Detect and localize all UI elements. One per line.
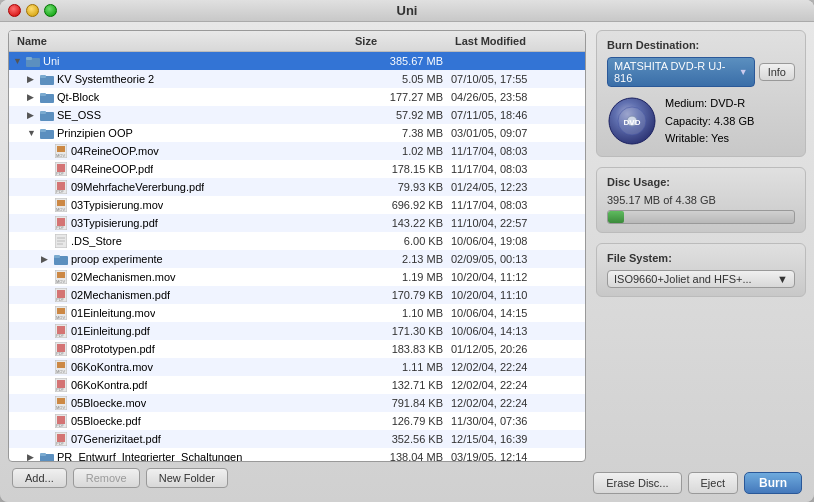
svg-text:PDF: PDF [56, 387, 65, 392]
medium-label: Medium: [665, 97, 707, 109]
svg-text:PDF: PDF [56, 423, 65, 428]
expand-arrow-icon[interactable]: ▼ [13, 56, 23, 66]
file-date: 12/15/04, 16:39 [451, 433, 581, 445]
erase-disc-button[interactable]: Erase Disc... [593, 472, 681, 494]
file-date: 01/12/05, 20:26 [451, 343, 581, 355]
file-name-text: 05Bloecke.pdf [71, 415, 141, 427]
table-row[interactable]: PDF 01Einleitung.pdf171.30 KB10/06/04, 1… [9, 322, 585, 340]
table-row[interactable]: ▼ Uni385.67 MB [9, 52, 585, 70]
col-header-size[interactable]: Size [351, 33, 451, 49]
table-row[interactable]: PDF 04ReineOOP.pdf178.15 KB11/17/04, 08:… [9, 160, 585, 178]
table-row[interactable]: ▶ PR_Entwurf_Integrierter_Schaltungen138… [9, 448, 585, 461]
table-row[interactable]: PDF 03Typisierung.pdf143.22 KB11/10/04, … [9, 214, 585, 232]
remove-button[interactable]: Remove [73, 468, 140, 488]
file-name-text: 07Generizitaet.pdf [71, 433, 161, 445]
table-row[interactable]: PDF 07Generizitaet.pdf352.56 KB12/15/04,… [9, 430, 585, 448]
file-date: 12/02/04, 22:24 [451, 361, 581, 373]
table-row[interactable]: ▶ SE_OSS57.92 MB07/11/05, 18:46 [9, 106, 585, 124]
filesystem-dropdown[interactable]: ISO9660+Joliet and HFS+... ▼ [607, 270, 795, 288]
disc-usage-bar-fill [608, 211, 624, 223]
folder-icon [40, 90, 54, 104]
file-list-container[interactable]: Name Size Last Modified ▼ Uni385.67 MB▶ … [8, 30, 586, 462]
table-row[interactable]: ▶ KV Systemtheorie 25.05 MB07/10/05, 17:… [9, 70, 585, 88]
dvd-info: DVD Medium: DVD-R Capacity: 4.38 GB Writ… [607, 95, 795, 148]
file-name-text: 08Prototypen.pdf [71, 343, 155, 355]
svg-rect-47 [57, 362, 65, 368]
file-name-text: proop experimente [71, 253, 163, 265]
svg-text:PDF: PDF [56, 171, 65, 176]
eject-button[interactable]: Eject [688, 472, 738, 494]
table-row[interactable]: MOV 04ReineOOP.mov1.02 MB11/17/04, 08:03 [9, 142, 585, 160]
pdf-icon: PDF [54, 342, 68, 356]
minimize-button[interactable] [26, 4, 39, 17]
svg-text:MOV: MOV [56, 279, 65, 284]
file-size: 126.79 KB [351, 415, 451, 427]
folder-open-icon [40, 126, 54, 140]
file-system-section: File System: ISO9660+Joliet and HFS+... … [596, 243, 806, 297]
capacity-row: Capacity: 4.38 GB [665, 113, 754, 131]
pdf-icon: PDF [54, 162, 68, 176]
table-row[interactable]: PDF 05Bloecke.pdf126.79 KB11/30/04, 07:3… [9, 412, 585, 430]
file-size: 6.00 KB [351, 235, 451, 247]
svg-rect-53 [57, 398, 65, 404]
table-row[interactable]: ▼ Prinzipien OOP7.38 MB03/01/05, 09:07 [9, 124, 585, 142]
drive-dropdown[interactable]: MATSHITA DVD-R UJ-816 ▼ [607, 57, 755, 87]
expand-arrow-icon[interactable]: ▶ [27, 92, 37, 102]
file-date: 10/06/04, 14:15 [451, 307, 581, 319]
close-button[interactable] [8, 4, 21, 17]
file-size: 352.56 KB [351, 433, 451, 445]
expand-arrow-icon[interactable]: ▶ [41, 254, 51, 264]
col-header-modified[interactable]: Last Modified [451, 33, 581, 49]
main-window: Uni Name Size Last Modified ▼ Uni385.67 … [0, 0, 814, 502]
file-date: 07/11/05, 18:46 [451, 109, 581, 121]
folder-icon [40, 72, 54, 86]
table-row[interactable]: MOV 01Einleitung.mov1.10 MB10/06/04, 14:… [9, 304, 585, 322]
svg-text:MOV: MOV [56, 153, 65, 158]
file-list-body[interactable]: ▼ Uni385.67 MB▶ KV Systemtheorie 25.05 M… [9, 52, 585, 461]
table-row[interactable]: ▶ proop experimente2.13 MB02/09/05, 00:1… [9, 250, 585, 268]
burn-button[interactable]: Burn [744, 472, 802, 494]
mov-icon: MOV [54, 198, 68, 212]
file-size: 132.71 KB [351, 379, 451, 391]
expand-arrow-icon[interactable]: ▼ [27, 128, 37, 138]
folder-open-icon [26, 54, 40, 68]
file-name-text: SE_OSS [57, 109, 101, 121]
file-date: 11/17/04, 08:03 [451, 163, 581, 175]
new-folder-button[interactable]: New Folder [146, 468, 228, 488]
table-row[interactable]: MOV 05Bloecke.mov791.84 KB12/02/04, 22:2… [9, 394, 585, 412]
expand-arrow-icon[interactable]: ▶ [27, 452, 37, 461]
svg-rect-32 [57, 272, 65, 278]
table-row[interactable]: .DS_Store6.00 KB10/06/04, 19:08 [9, 232, 585, 250]
expand-arrow-icon[interactable]: ▶ [27, 110, 37, 120]
table-row[interactable]: ▶ Qt-Block177.27 MB04/26/05, 23:58 [9, 88, 585, 106]
file-list-header: Name Size Last Modified [9, 31, 585, 52]
table-row[interactable]: PDF 06KoKontra.pdf132.71 KB12/02/04, 22:… [9, 376, 585, 394]
file-size: 177.27 MB [351, 91, 451, 103]
table-row[interactable]: MOV 06KoKontra.mov1.11 MB12/02/04, 22:24 [9, 358, 585, 376]
table-row[interactable]: MOV 02Mechanismen.mov1.19 MB10/20/04, 11… [9, 268, 585, 286]
svg-text:PDF: PDF [56, 351, 65, 356]
table-row[interactable]: PDF 08Prototypen.pdf183.83 KB01/12/05, 2… [9, 340, 585, 358]
file-name-text: .DS_Store [71, 235, 122, 247]
titlebar: Uni [0, 0, 814, 22]
file-name-text: KV Systemtheorie 2 [57, 73, 154, 85]
filesystem-title: File System: [607, 252, 795, 264]
filesystem-arrow-icon: ▼ [777, 273, 788, 285]
svg-rect-9 [40, 129, 46, 132]
burn-destination-title: Burn Destination: [607, 39, 795, 51]
svg-text:MOV: MOV [56, 369, 65, 374]
file-date: 10/06/04, 19:08 [451, 235, 581, 247]
svg-text:PDF: PDF [56, 225, 65, 230]
svg-text:MOV: MOV [56, 405, 65, 410]
table-row[interactable]: PDF 02Mechanismen.pdf170.79 KB10/20/04, … [9, 286, 585, 304]
svg-rect-7 [40, 111, 46, 114]
expand-arrow-icon[interactable]: ▶ [27, 74, 37, 84]
table-row[interactable]: MOV 03Typisierung.mov696.92 KB11/17/04, … [9, 196, 585, 214]
maximize-button[interactable] [44, 4, 57, 17]
info-button[interactable]: Info [759, 63, 795, 81]
col-header-name[interactable]: Name [13, 33, 351, 49]
table-row[interactable]: PDF 09MehrfacheVererbung.pdf79.93 KB01/2… [9, 178, 585, 196]
add-button[interactable]: Add... [12, 468, 67, 488]
file-date: 11/10/04, 22:57 [451, 217, 581, 229]
file-name-text: 05Bloecke.mov [71, 397, 146, 409]
